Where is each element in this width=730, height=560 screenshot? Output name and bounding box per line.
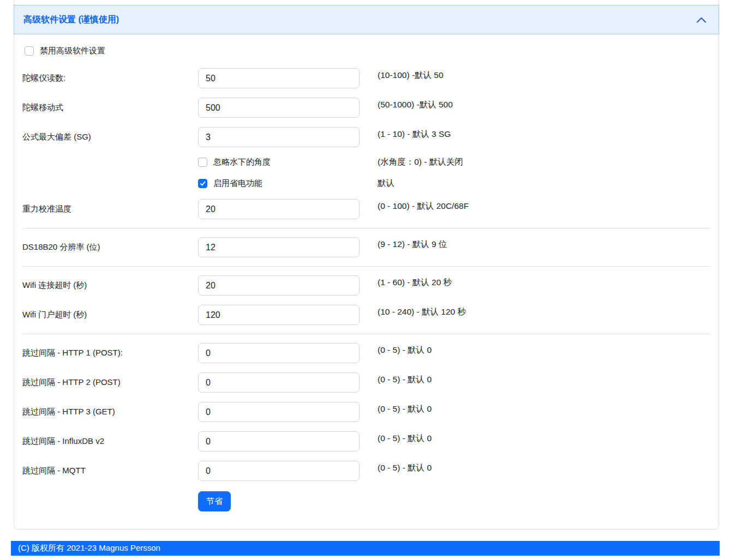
disable-advanced-settings-row: 禁用高级软件设置 xyxy=(25,46,708,56)
save-button[interactable]: 节省 xyxy=(198,491,231,511)
field-label: 跳过间隔 - HTTP 1 (POST): xyxy=(22,348,198,358)
skip-http2-row: 跳过间隔 - HTTP 2 (POST) (0 - 5) - 默认 0 xyxy=(22,372,710,393)
gravity-calibration-temp-row: 重力校准温度 (0 - 100) - 默认 20C/68F xyxy=(22,199,710,219)
skip-http2-input[interactable] xyxy=(198,372,360,393)
skip-http3-row: 跳过间隔 - HTTP 3 (GET) (0 - 5) - 默认 0 xyxy=(22,402,710,422)
footer-copyright-bar: (C) 版权所有 2021-23 Magnus Persson xyxy=(11,541,720,556)
field-label: 重力校准温度 xyxy=(22,204,198,214)
advanced-settings-form: 禁用高级软件设置 陀螺仪读数: (10-100) -默认 50 陀螺移动式 (5… xyxy=(14,34,719,529)
ignore-low-angles-row: 忽略水下的角度 (水角度：0) - 默认关闭 xyxy=(22,156,710,168)
field-hint: (1 - 10) - 默认 3 SG xyxy=(378,127,451,140)
field-label: Wifi 门户超时 (秒) xyxy=(22,310,198,320)
field-label: 跳过间隔 - InfluxDB v2 xyxy=(22,436,198,447)
power-saving-row: 启用省电功能 默认 xyxy=(22,178,710,189)
field-hint: (10-100) -默认 50 xyxy=(378,68,444,81)
check-icon xyxy=(200,180,206,186)
gyro-readings-row: 陀螺仪读数: (10-100) -默认 50 xyxy=(22,68,710,88)
previous-accordion-edge xyxy=(14,0,719,5)
disable-advanced-settings-checkbox[interactable] xyxy=(25,46,34,56)
field-hint: (0 - 5) - 默认 0 xyxy=(378,402,432,415)
field-hint: (1 - 60) - 默认 20 秒 xyxy=(378,275,452,288)
field-label: 陀螺仪读数: xyxy=(22,73,198,83)
gyro-moving-row: 陀螺移动式 (50-1000) -默认 500 xyxy=(22,98,710,118)
accordion-header-advanced-settings[interactable]: 高级软件设置 (谨慎使用) xyxy=(14,5,719,34)
skip-http1-row: 跳过间隔 - HTTP 1 (POST): (0 - 5) - 默认 0 xyxy=(22,343,710,363)
ds18b20-resolution-input[interactable] xyxy=(198,237,360,257)
skip-influxdb2-row: 跳过间隔 - InfluxDB v2 (0 - 5) - 默认 0 xyxy=(22,431,710,451)
field-label: 跳过间隔 - HTTP 2 (POST) xyxy=(22,377,198,388)
field-hint: (0 - 5) - 默认 0 xyxy=(378,431,432,444)
field-hint: (0 - 5) - 默认 0 xyxy=(378,372,432,386)
field-label: Wifi 连接超时 (秒) xyxy=(22,280,198,291)
formula-max-deviation-input[interactable] xyxy=(198,127,360,147)
gyro-readings-input[interactable] xyxy=(198,68,360,88)
ds18b20-resolution-row: DS18B20 分辨率 (位) (9 - 12) - 默认 9 位 xyxy=(22,237,710,257)
gravity-calibration-temp-input[interactable] xyxy=(198,199,360,219)
formula-max-deviation-row: 公式最大偏差 (SG) (1 - 10) - 默认 3 SG xyxy=(22,127,710,147)
field-hint: (0 - 100) - 默认 20C/68F xyxy=(378,199,469,212)
skip-mqtt-row: 跳过间隔 - MQTT (0 - 5) - 默认 0 xyxy=(22,461,710,481)
ignore-low-angles-label[interactable]: 忽略水下的角度 xyxy=(213,157,271,167)
field-hint: (9 - 12) - 默认 9 位 xyxy=(378,237,447,250)
section-divider xyxy=(22,266,710,267)
field-hint: (10 - 240) - 默认 120 秒 xyxy=(378,305,466,318)
wifi-portal-timeout-input[interactable] xyxy=(198,305,360,325)
skip-http1-input[interactable] xyxy=(198,343,360,363)
section-divider xyxy=(22,334,710,334)
skip-influxdb2-input[interactable] xyxy=(198,431,360,451)
field-label: 公式最大偏差 (SG) xyxy=(22,132,198,142)
wifi-portal-timeout-row: Wifi 门户超时 (秒) (10 - 240) - 默认 120 秒 xyxy=(22,305,710,325)
field-label: 陀螺移动式 xyxy=(22,103,198,113)
gyro-moving-input[interactable] xyxy=(198,98,360,118)
field-hint: (水角度：0) - 默认关闭 xyxy=(378,156,463,168)
section-divider xyxy=(22,228,710,228)
power-saving-label[interactable]: 启用省电功能 xyxy=(213,178,262,189)
wifi-connect-timeout-input[interactable] xyxy=(198,275,360,296)
field-label: DS18B20 分辨率 (位) xyxy=(22,242,198,252)
skip-mqtt-input[interactable] xyxy=(198,461,360,481)
field-label: 跳过间隔 - MQTT xyxy=(22,466,198,476)
chevron-up-icon xyxy=(696,17,707,23)
field-hint: (0 - 5) - 默认 0 xyxy=(378,461,432,474)
power-saving-checkbox[interactable] xyxy=(198,179,207,188)
disable-advanced-settings-label[interactable]: 禁用高级软件设置 xyxy=(40,46,105,56)
field-label: 跳过间隔 - HTTP 3 (GET) xyxy=(22,407,198,417)
wifi-connect-timeout-row: Wifi 连接超时 (秒) (1 - 60) - 默认 20 秒 xyxy=(22,275,710,296)
ignore-low-angles-checkbox[interactable] xyxy=(198,158,207,167)
field-hint: (50-1000) -默认 500 xyxy=(378,98,453,111)
section-title: 高级软件设置 (谨慎使用) xyxy=(23,14,119,26)
copyright-text: (C) 版权所有 2021-23 Magnus Persson xyxy=(18,543,160,553)
advanced-settings-card: 高级软件设置 (谨慎使用) 禁用高级软件设置 陀螺仪读数: (10-100) -… xyxy=(14,5,719,529)
field-hint: (0 - 5) - 默认 0 xyxy=(378,343,432,356)
field-hint: 默认 xyxy=(378,178,394,189)
skip-http3-input[interactable] xyxy=(198,402,360,422)
